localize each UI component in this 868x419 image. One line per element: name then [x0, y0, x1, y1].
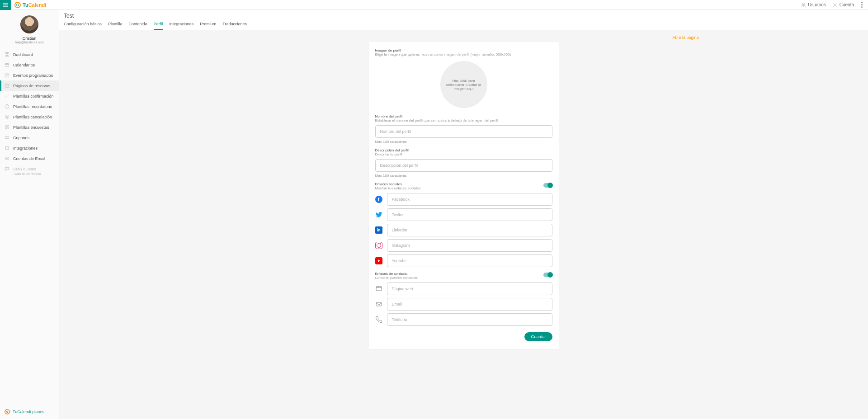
nav-reminder-templates[interactable]: Plantillas recordatorio — [0, 101, 59, 112]
contact-section-desc: Como te pueden contactar — [375, 276, 418, 280]
page-title: Test — [64, 13, 863, 19]
user-email: help@tucalendi.com — [0, 41, 59, 44]
nav-email-accounts[interactable]: Cuentas de Email — [0, 153, 59, 164]
nav-confirmation-templates[interactable]: Plantillas confirmación — [0, 91, 59, 101]
more-menu[interactable] — [860, 0, 863, 9]
name-section-desc: Establece el nombre del perfil que se mo… — [375, 118, 552, 122]
svg-rect-9 — [5, 84, 9, 87]
twitter-input[interactable] — [387, 208, 552, 221]
sidebar-plans[interactable]: TuCalendi planes — [0, 405, 59, 419]
profile-name-input[interactable] — [375, 125, 552, 138]
user-name: Cristian — [0, 36, 59, 41]
logo-icon-small — [5, 409, 10, 414]
facebook-icon: f — [375, 196, 382, 203]
linkedin-input[interactable] — [387, 224, 552, 236]
contact-toggle[interactable] — [543, 273, 552, 277]
svg-rect-18 — [5, 157, 9, 160]
instagram-input[interactable] — [387, 239, 552, 252]
twitter-icon — [375, 211, 382, 218]
brand-logo[interactable]: TuCalendi — [11, 2, 50, 8]
name-section-title: Nombre del perfil — [375, 114, 552, 118]
svg-rect-3 — [5, 52, 6, 54]
nav-scheduled-events[interactable]: Eventos programados — [0, 70, 59, 80]
linkedin-icon: in — [375, 226, 382, 234]
profile-desc-input[interactable] — [375, 159, 552, 172]
users-link[interactable]: Usuarios — [801, 2, 826, 8]
contact-section-title: Enlaces de contacto — [375, 272, 418, 276]
email-input[interactable] — [387, 298, 552, 311]
name-hint: Max 100 caracteres — [375, 140, 552, 144]
facebook-input[interactable] — [387, 193, 552, 206]
svg-rect-4 — [7, 52, 9, 54]
nav-sms-sub: Twilio no conectado — [0, 172, 59, 175]
save-button[interactable]: Guardar — [524, 332, 552, 341]
svg-rect-20 — [376, 302, 382, 306]
svg-point-14 — [5, 146, 6, 147]
nav-dashboard[interactable]: Dashboard — [0, 49, 59, 60]
tab-integrations[interactable]: Integraciones — [169, 22, 193, 30]
nav-cancellation-templates[interactable]: Plantillas cancelación — [0, 112, 59, 122]
svg-rect-8 — [5, 74, 9, 77]
tab-content[interactable]: Contenido — [129, 22, 147, 30]
image-section-desc: Elige la imagen que quieras mostrar como… — [375, 52, 552, 56]
brand-tu: Tu — [23, 2, 28, 8]
account-link[interactable]: Cuenta — [832, 2, 854, 8]
svg-point-16 — [5, 149, 6, 150]
youtube-input[interactable] — [387, 254, 552, 267]
tab-translations[interactable]: Traducciones — [222, 22, 247, 30]
user-avatar[interactable] — [20, 15, 38, 33]
svg-rect-19 — [376, 287, 382, 291]
svg-rect-13 — [5, 137, 9, 139]
tab-basic-config[interactable]: Configuración básica — [64, 22, 102, 30]
phone-icon — [375, 316, 382, 323]
tab-premium[interactable]: Premium — [200, 22, 216, 30]
image-dropzone[interactable]: Haz click para seleccionar o soltar la i… — [440, 61, 487, 108]
account-label: Cuenta — [840, 2, 854, 7]
svg-rect-6 — [7, 55, 9, 56]
nav-calendars[interactable]: Calendarios — [0, 60, 59, 70]
svg-point-1 — [804, 4, 805, 5]
desc-hint: Max 160 caracteres — [375, 174, 552, 178]
instagram-icon — [375, 242, 382, 249]
users-label: Usuarios — [808, 2, 826, 7]
svg-point-0 — [802, 3, 803, 5]
menu-toggle[interactable] — [0, 0, 11, 10]
nav-integrations[interactable]: Integraciones — [0, 143, 59, 153]
svg-point-15 — [8, 146, 9, 147]
desc-section-title: Descripción del perfil — [375, 148, 552, 152]
open-page-link[interactable]: Abre la página — [672, 35, 698, 40]
social-toggle[interactable] — [543, 183, 552, 188]
social-section-desc: Mostrar tus enlaces sociales — [375, 186, 421, 190]
web-input[interactable] — [387, 282, 552, 295]
svg-point-17 — [8, 149, 9, 150]
social-section-title: Enlaces sociales — [375, 182, 421, 186]
tab-profile[interactable]: Perfil — [154, 22, 163, 30]
nav-booking-pages[interactable]: Páginas de reservas — [0, 80, 59, 91]
email-icon — [375, 301, 382, 308]
youtube-icon — [375, 257, 382, 264]
logo-icon — [14, 2, 21, 8]
svg-rect-5 — [5, 55, 6, 56]
brand-calendi: Calendi — [28, 2, 47, 8]
nav-coupons[interactable]: Cupones — [0, 132, 59, 143]
phone-input[interactable] — [387, 313, 552, 326]
image-section-title: Imagen de perfil — [375, 48, 552, 52]
web-icon — [375, 285, 382, 292]
svg-point-2 — [834, 4, 835, 5]
svg-rect-7 — [5, 63, 9, 66]
desc-section-desc: Describe tu perfil — [375, 152, 552, 156]
tab-template[interactable]: Plantilla — [108, 22, 123, 30]
nav-survey-templates[interactable]: Plantillas encuestas — [0, 122, 59, 132]
